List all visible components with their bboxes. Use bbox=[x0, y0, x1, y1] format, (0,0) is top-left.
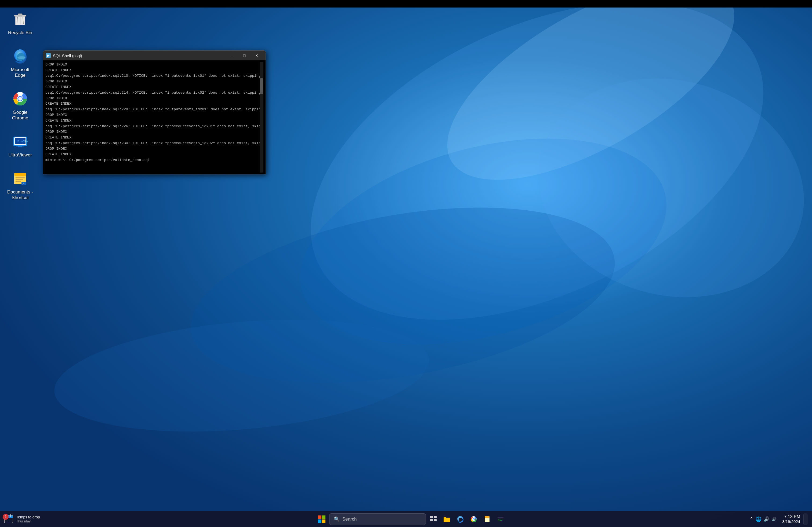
file-explorer-button[interactable] bbox=[441, 513, 453, 525]
taskbar-left: 1 Temps to drop Thursday bbox=[0, 513, 75, 525]
terminal-content[interactable]: DROP INDEX CREATE INDEX psql:C:/postgres… bbox=[43, 60, 265, 174]
edge-taskbar-button[interactable] bbox=[454, 513, 466, 525]
taskbar: 1 Temps to drop Thursday bbox=[0, 511, 812, 527]
svg-rect-57 bbox=[501, 520, 501, 521]
svg-rect-9 bbox=[18, 14, 22, 16]
svg-text:UltraViewer: UltraViewer bbox=[17, 140, 28, 143]
windows-logo-icon bbox=[318, 515, 325, 523]
volume-icon[interactable]: 🔊 bbox=[764, 516, 770, 522]
taskbar-search[interactable]: 🔍 Search bbox=[329, 513, 426, 525]
taskbar-right: ⌃ 🌐 🔊 🔊 7:13 PM 3/19/2024 bbox=[747, 513, 812, 525]
svg-rect-50 bbox=[485, 516, 490, 518]
taskview-button[interactable] bbox=[427, 513, 439, 525]
svg-point-13 bbox=[17, 56, 26, 59]
chrome-taskbar-button[interactable] bbox=[468, 513, 480, 525]
documents-shortcut-label: Documents - Shortcut bbox=[7, 190, 33, 200]
notification-icon-wrapper: 1 bbox=[3, 513, 14, 525]
file-explorer-icon bbox=[443, 515, 451, 523]
desktop-icon-ultraviewer[interactable]: UltraViewer UltraViewer bbox=[5, 131, 35, 160]
taskbar-center: 🔍 Search bbox=[75, 513, 747, 525]
desktop: Recycle Bin Microsof bbox=[0, 0, 812, 527]
svg-rect-40 bbox=[434, 516, 437, 518]
microsoft-edge-label: Microsoft Edge bbox=[7, 67, 33, 78]
svg-point-48 bbox=[473, 518, 474, 520]
chevron-up-icon[interactable]: ⌃ bbox=[750, 516, 753, 522]
sql-shell-window: ▶ SQL Shell (psql) — □ ✕ DROP INDEX CREA… bbox=[43, 50, 266, 175]
svg-rect-25 bbox=[14, 173, 26, 176]
svg-rect-35 bbox=[318, 515, 321, 519]
speaker-icon[interactable]: 🔊 bbox=[772, 517, 776, 521]
window-titlebar[interactable]: ▶ SQL Shell (psql) — □ ✕ bbox=[43, 51, 265, 60]
chrome-taskbar-icon bbox=[470, 515, 477, 523]
notepad-taskbar-button[interactable] bbox=[481, 513, 493, 525]
clock-area[interactable]: 7:13 PM 3/19/2024 bbox=[780, 513, 802, 525]
system-icons: ⌃ 🌐 🔊 🔊 bbox=[747, 516, 779, 522]
start-button[interactable] bbox=[316, 513, 328, 525]
svg-rect-41 bbox=[430, 519, 433, 521]
taskview-icon bbox=[430, 515, 437, 523]
svg-rect-42 bbox=[434, 519, 437, 521]
search-icon: 🔍 bbox=[334, 516, 340, 522]
svg-rect-36 bbox=[322, 515, 325, 519]
terminal-output: DROP INDEX CREATE INDEX psql:C:/postgres… bbox=[45, 62, 260, 172]
close-button[interactable]: ✕ bbox=[250, 51, 263, 60]
ultraviewer-label: UltraViewer bbox=[8, 152, 32, 158]
scrollbar-thumb[interactable] bbox=[260, 78, 263, 94]
google-chrome-icon bbox=[11, 89, 30, 108]
clock-time: 7:13 PM bbox=[784, 514, 800, 519]
svg-text:↗: ↗ bbox=[22, 182, 25, 185]
recycle-bin-label: Recycle Bin bbox=[8, 30, 32, 35]
show-desktop-button[interactable] bbox=[803, 513, 808, 525]
svg-rect-28 bbox=[16, 181, 21, 182]
top-bar bbox=[0, 0, 812, 7]
svg-rect-44 bbox=[444, 518, 450, 522]
notepad-taskbar-icon bbox=[483, 515, 491, 523]
window-title-icon: ▶ bbox=[46, 53, 51, 58]
svg-rect-37 bbox=[318, 520, 321, 523]
notification-badge: 1 bbox=[3, 514, 9, 520]
documents-shortcut-icon: ↗ bbox=[11, 169, 30, 188]
desktop-icon-microsoft-edge[interactable]: Microsoft Edge bbox=[5, 45, 35, 80]
taskbar-notification[interactable]: 1 bbox=[3, 513, 14, 525]
desktop-icon-google-chrome[interactable]: Google Chrome bbox=[5, 88, 35, 122]
desktop-icons-container: Recycle Bin Microsof bbox=[5, 8, 35, 202]
svg-rect-27 bbox=[16, 179, 23, 180]
window-controls: — □ ✕ bbox=[226, 51, 263, 60]
terminal-taskbar-icon: C:\> bbox=[497, 515, 504, 523]
edge-taskbar-icon bbox=[456, 515, 464, 523]
terminal-scrollbar[interactable] bbox=[260, 62, 263, 172]
microsoft-edge-icon bbox=[11, 47, 30, 65]
network-icon[interactable]: 🌐 bbox=[756, 516, 762, 522]
desktop-icon-recycle-bin[interactable]: Recycle Bin bbox=[5, 8, 35, 37]
desktop-icon-documents-shortcut[interactable]: ↗ Documents - Shortcut bbox=[5, 167, 35, 202]
recycle-bin-icon bbox=[11, 10, 30, 28]
clock-date: 3/19/2024 bbox=[782, 519, 800, 524]
svg-rect-55 bbox=[497, 517, 504, 518]
svg-rect-38 bbox=[322, 520, 325, 523]
minimize-button[interactable]: — bbox=[226, 51, 238, 60]
svg-rect-22 bbox=[16, 147, 24, 147]
svg-rect-26 bbox=[16, 177, 25, 178]
google-chrome-label: Google Chrome bbox=[7, 110, 33, 121]
ultraviewer-icon: UltraViewer bbox=[11, 132, 30, 151]
maximize-button[interactable]: □ bbox=[238, 51, 250, 60]
notification-title: Temps to drop bbox=[16, 515, 40, 519]
search-placeholder: Search bbox=[342, 516, 357, 522]
svg-rect-39 bbox=[430, 516, 433, 518]
notification-subtitle: Thursday bbox=[16, 519, 40, 523]
window-title-text: SQL Shell (psql) bbox=[53, 54, 226, 58]
svg-point-17 bbox=[18, 97, 22, 101]
terminal-taskbar-button[interactable]: C:\> bbox=[495, 513, 506, 525]
notification-text: Temps to drop Thursday bbox=[16, 515, 40, 523]
